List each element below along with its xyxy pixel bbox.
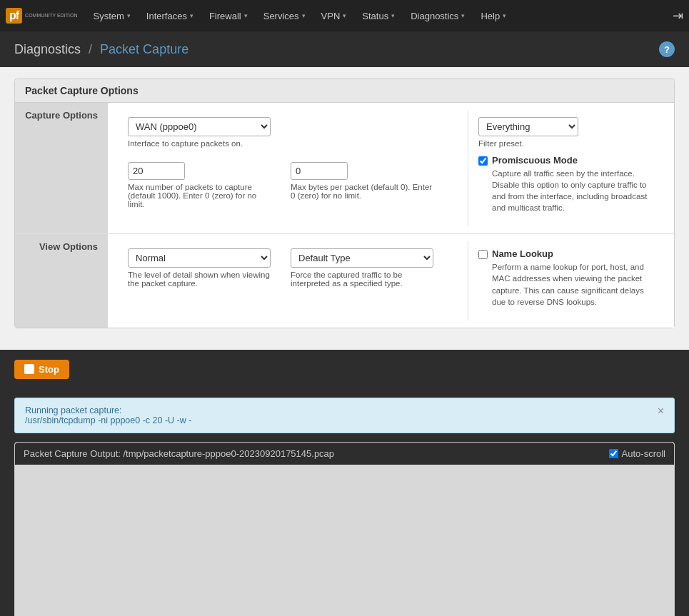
view-left: Normal The level of detail shown when vi… — [118, 241, 468, 320]
capture-left: WAN (pppoe0) Interface to capture packet… — [118, 110, 468, 226]
logo-pf: pf — [6, 8, 22, 24]
view-level-select[interactable]: Normal — [128, 248, 271, 268]
max-bytes-input[interactable] — [291, 162, 348, 180]
nav-item-diagnostics[interactable]: Diagnostics ▾ — [403, 6, 472, 26]
logo-edition: COMMUNITY EDITION — [25, 13, 77, 19]
view-options-cell: Normal The level of detail shown when vi… — [108, 234, 674, 328]
stop-icon — [24, 364, 34, 374]
nav-item-firewall[interactable]: Firewall ▾ — [202, 6, 255, 26]
autoscroll-checkbox[interactable] — [609, 449, 618, 458]
name-lookup-label[interactable]: Name Lookup — [492, 248, 553, 259]
alert-text: Running packet capture: /usr/sbin/tcpdum… — [25, 405, 191, 425]
nav-link-help[interactable]: Help ▾ — [473, 6, 513, 26]
promiscuous-checkbox[interactable] — [478, 156, 488, 166]
capture-type-desc: Force the captured traffic to be interpr… — [291, 271, 433, 288]
name-lookup-row: Name Lookup Perform a name lookup for po… — [478, 248, 654, 307]
caret-icon: ▾ — [391, 12, 395, 19]
caret-icon: ▾ — [343, 12, 346, 19]
nav-link-vpn[interactable]: VPN ▾ — [314, 6, 354, 26]
help-icon[interactable]: ? — [659, 41, 675, 57]
filter-preset-select[interactable]: Everything — [478, 117, 578, 136]
promiscuous-label[interactable]: Promiscuous Mode — [492, 155, 578, 166]
capture-options-cell: WAN (pppoe0) Interface to capture packet… — [108, 103, 674, 234]
view-options-row: View Options Normal The — [15, 234, 674, 328]
button-area: Stop — [0, 350, 689, 389]
max-bytes-desc: Max bytes per packet (default 0). Enter … — [291, 183, 433, 200]
main-content: Packet Capture Options Capture Options W… — [0, 67, 689, 350]
card-body: Capture Options WAN (pppoe0) Interface t… — [15, 103, 674, 328]
breadcrumb-bar: Diagnostics / Packet Capture ? — [0, 31, 689, 67]
name-lookup-checkbox[interactable] — [478, 250, 488, 259]
options-card: Packet Capture Options Capture Options W… — [14, 79, 675, 328]
logout-icon[interactable]: ⇥ — [673, 8, 683, 24]
caret-icon: ▾ — [302, 12, 306, 19]
nav-item-status[interactable]: Status ▾ — [355, 6, 402, 26]
nav-link-diagnostics[interactable]: Diagnostics ▾ — [403, 6, 472, 26]
breadcrumb-parent[interactable]: Diagnostics — [14, 42, 81, 56]
promiscuous-row: Promiscuous Mode Capture all traffic see… — [478, 155, 654, 213]
card-header: Packet Capture Options — [15, 79, 674, 103]
caret-icon: ▾ — [190, 12, 193, 19]
caret-icon: ▾ — [461, 12, 465, 19]
nav-item-help[interactable]: Help ▾ — [473, 6, 513, 26]
caret-icon: ▾ — [503, 12, 506, 19]
breadcrumb-sep: / — [89, 42, 92, 56]
nav-link-services[interactable]: Services ▾ — [256, 6, 313, 26]
nav-item-services[interactable]: Services ▾ — [256, 6, 313, 26]
nav-link-system[interactable]: System ▾ — [86, 6, 137, 26]
caret-icon: ▾ — [127, 12, 131, 19]
autoscroll-text: Auto-scroll — [622, 448, 665, 459]
output-header: Packet Capture Output: /tmp/packetcaptur… — [15, 443, 674, 465]
alert-close-button[interactable]: × — [650, 405, 664, 417]
view-level-desc: The level of detail shown when viewing t… — [128, 271, 271, 288]
logo: pf COMMUNITY EDITION — [6, 8, 77, 24]
breadcrumb: Diagnostics / Packet Capture — [14, 42, 188, 57]
nav-item-vpn[interactable]: VPN ▾ — [314, 6, 354, 26]
nav-link-status[interactable]: Status ▾ — [355, 6, 402, 26]
nav-item-interfaces[interactable]: Interfaces ▾ — [139, 6, 201, 26]
interface-select[interactable]: WAN (pppoe0) — [128, 117, 271, 136]
caret-icon: ▾ — [244, 12, 248, 19]
max-bytes-group: Max bytes per packet (default 0). Enter … — [291, 162, 433, 208]
capture-type-select[interactable]: Default Type — [291, 248, 433, 268]
capture-options-row: Capture Options WAN (pppoe0) Interface t… — [15, 103, 674, 234]
nav-item-system[interactable]: System ▾ — [86, 6, 137, 26]
capture-type-group: Default Type Force the captured traffic … — [291, 248, 433, 288]
max-packets-input[interactable] — [128, 162, 185, 180]
packets-bytes-row: Max number of packets to capture (defaul… — [118, 155, 468, 216]
promiscuous-desc: Capture all traffic seen by the interfac… — [492, 168, 654, 213]
navbar: pf COMMUNITY EDITION System ▾ Interfaces… — [0, 0, 689, 31]
view-options-label: View Options — [15, 234, 108, 328]
alert-bar: Running packet capture: /usr/sbin/tcpdum… — [14, 398, 675, 433]
alert-line1: Running packet capture: — [25, 405, 191, 415]
nav-link-firewall[interactable]: Firewall ▾ — [202, 6, 255, 26]
view-controls-row: Normal The level of detail shown when vi… — [118, 241, 468, 295]
view-level-group: Normal The level of detail shown when vi… — [128, 248, 271, 288]
max-packets-desc: Max number of packets to capture (defaul… — [128, 183, 271, 208]
output-body: ⇲ — [15, 465, 674, 616]
name-lookup-desc: Perform a name lookup for port, host, an… — [492, 261, 654, 307]
autoscroll-label[interactable]: Auto-scroll — [609, 448, 665, 459]
max-packets-group: Max number of packets to capture (defaul… — [128, 162, 271, 208]
capture-right: Everything Filter preset. Prom — [468, 110, 664, 226]
output-card: Packet Capture Output: /tmp/packetcaptur… — [14, 442, 675, 616]
stop-button[interactable]: Stop — [14, 360, 69, 379]
view-right: Name Lookup Perform a name lookup for po… — [468, 241, 664, 320]
interface-desc: Interface to capture packets on. — [128, 139, 271, 148]
filter-preset-desc: Filter preset. — [478, 139, 654, 148]
stop-label: Stop — [39, 364, 59, 375]
capture-options-label: Capture Options — [15, 103, 108, 234]
nav-link-interfaces[interactable]: Interfaces ▾ — [139, 6, 201, 26]
output-title: Packet Capture Output: /tmp/packetcaptur… — [24, 448, 334, 459]
nav-menu: System ▾ Interfaces ▾ Firewall ▾ Service… — [86, 6, 673, 26]
alert-line2: /usr/sbin/tcpdump -ni pppoe0 -c 20 -U -w… — [25, 415, 191, 425]
breadcrumb-current: Packet Capture — [100, 42, 188, 56]
options-table: Capture Options WAN (pppoe0) Interface t… — [15, 103, 674, 328]
